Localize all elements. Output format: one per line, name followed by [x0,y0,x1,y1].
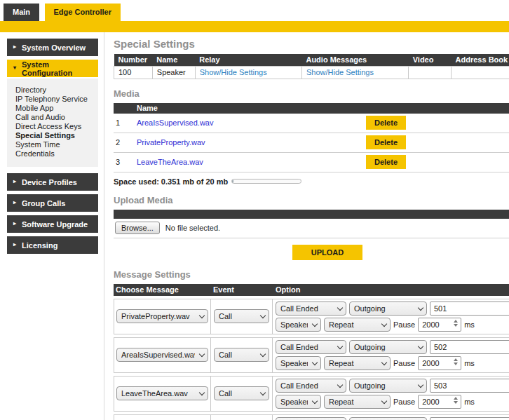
sidebar-item-special-settings[interactable]: Special Settings [15,131,95,140]
audio-show-hide-link[interactable]: Show/Hide Settings [306,68,374,76]
pause-label: Pause [393,320,415,329]
table-row: 100 Speaker Show/Hide Settings Show/Hide… [114,66,509,79]
output-select[interactable]: Speaker [276,395,321,409]
direction-select[interactable]: Outgoing [349,340,427,354]
delete-button[interactable]: Delete [366,116,406,130]
sidebar-item-system-time[interactable]: System Time [15,140,95,149]
sidebar-item-group-calls[interactable]: ▸ Group Calls [7,194,98,212]
mode-select[interactable]: Repeat [324,356,391,370]
sidebar-item-system-configuration[interactable]: ▾ System Configuration [7,60,98,77]
column-header-number: Number [114,54,153,66]
upload-button[interactable]: UPLOAD [292,245,362,260]
media-index: 1 [114,118,137,127]
top-tab-bar: Main Edge Controller [0,0,509,21]
relay-show-hide-link[interactable]: Show/Hide Settings [200,68,267,76]
stepper-icon[interactable] [452,358,459,365]
mode-select[interactable]: Repeat [324,318,391,332]
chevron-right-icon: ▸ [13,220,16,226]
media-index: 2 [114,138,137,147]
file-input-row: Browse... No file selected. [114,219,509,238]
ms-label: ms [464,320,475,329]
sidebar-submenu: Directory IP Telephony Service Mobile Ap… [7,79,98,167]
tab-edge-controller[interactable]: Edge Controller [45,4,121,21]
mode-select[interactable]: Repeat [324,395,391,409]
chevron-right-icon: ▸ [13,199,16,205]
event-select[interactable]: Call [214,348,269,362]
column-header-event: Event [210,284,272,296]
stepper-icon[interactable] [452,397,459,404]
column-header-relay: Relay [195,54,301,66]
upload-table-header [114,210,509,219]
media-row: 3 LeaveTheArea.wav Delete [114,153,509,172]
sidebar-item-device-profiles[interactable]: ▸ Device Profiles [7,173,98,191]
sidebar-item-software-upgrade[interactable]: ▸ Software Upgrade [7,215,98,233]
event-select[interactable]: Call [214,309,269,323]
trigger-select[interactable]: Call Ended [276,417,346,420]
trigger-select[interactable]: Call Ended [276,379,346,393]
special-settings-table: Number Name Relay Audio Messages Video A… [114,54,509,79]
direction-select[interactable]: Outgoing [349,302,427,316]
number-field[interactable] [430,379,509,393]
message-row: LeaveTheArea.wav Call Call Ended Outgoin… [114,376,509,412]
ms-label: ms [464,359,475,367]
upload-section-title: Upload Media [114,195,509,205]
stepper-icon[interactable] [452,320,459,327]
space-used-meter [231,179,301,184]
number-field[interactable] [430,417,509,420]
media-name-header: Name [114,103,509,114]
space-used-label: Space used: 0.351 mb of 20 mb [114,177,228,186]
cell-video [409,66,452,79]
choose-message-select[interactable]: AreaIsSupervised.wav [116,348,208,362]
message-settings-title: Message Settings [114,269,509,280]
column-header-address-book: Address Book [452,54,509,66]
column-header-choose-message: Choose Message [114,284,210,296]
yellow-accent-bar [0,21,509,32]
direction-select[interactable]: Outgoing [349,379,427,393]
chevron-right-icon: ▸ [13,178,16,184]
column-header-name: Name [152,54,195,66]
trigger-select[interactable]: Call Ended [276,302,346,316]
message-row: AreaIsSupervised.wav Call Call Ended Out… [114,337,509,373]
browse-button[interactable]: Browse... [115,222,160,234]
sidebar-item-ip-telephony-service[interactable]: IP Telephony Service [15,95,95,104]
output-select[interactable]: Speaker [276,318,321,332]
number-field[interactable] [430,302,509,316]
number-field[interactable] [430,340,509,354]
event-select[interactable]: Call [214,386,269,400]
delete-button[interactable]: Delete [366,135,406,149]
media-file-link[interactable]: LeaveTheArea.wav [137,158,203,166]
choose-message-select[interactable]: PrivateProperty.wav [116,309,208,323]
choose-message-select[interactable]: LeaveTheArea.wav [116,386,208,400]
message-row: PrivateProperty.wav Call Call Ended Outg… [114,299,509,334]
media-row: 2 PrivateProperty.wav Delete [114,133,509,153]
output-select[interactable]: Speaker [276,356,321,370]
message-row: Stop Message Call Call Ended Outgoing [114,414,509,420]
main-content: Special Settings Number Name Relay Audio… [104,32,509,420]
cell-number: 100 [114,66,153,79]
direction-select[interactable]: Outgoing [349,417,427,420]
message-settings-header: Choose Message Event Option [114,284,509,296]
page-title: Special Settings [114,38,509,50]
sidebar-item-directory[interactable]: Directory [15,86,95,95]
media-row: 1 AreaIsSupervised.wav Delete [114,114,509,133]
no-file-selected-text: No file selected. [165,224,220,232]
media-file-link[interactable]: AreaIsSupervised.wav [137,118,213,127]
sidebar: ▸ System Overview ▾ System Configuration… [0,32,104,420]
sidebar-item-credentials[interactable]: Credentials [15,149,95,158]
media-file-link[interactable]: PrivateProperty.wav [137,138,205,147]
column-header-video: Video [409,54,452,66]
trigger-select[interactable]: Call Ended [276,340,346,354]
delete-button[interactable]: Delete [366,155,406,169]
sidebar-item-licensing[interactable]: ▸ Licensing [7,236,98,254]
sidebar-item-system-overview[interactable]: ▸ System Overview [7,39,98,56]
cell-name: Speaker [152,66,195,79]
media-section-title: Media [114,88,509,99]
sidebar-item-call-and-audio[interactable]: Call and Audio [15,113,95,122]
tab-main[interactable]: Main [4,4,39,21]
chevron-down-icon: ▾ [13,65,16,71]
sidebar-item-mobile-app[interactable]: Mobile App [15,104,95,113]
pause-label: Pause [393,398,415,406]
sidebar-item-direct-access-keys[interactable]: Direct Access Keys [15,122,95,131]
cell-address-book [452,66,509,79]
ms-label: ms [464,398,475,406]
